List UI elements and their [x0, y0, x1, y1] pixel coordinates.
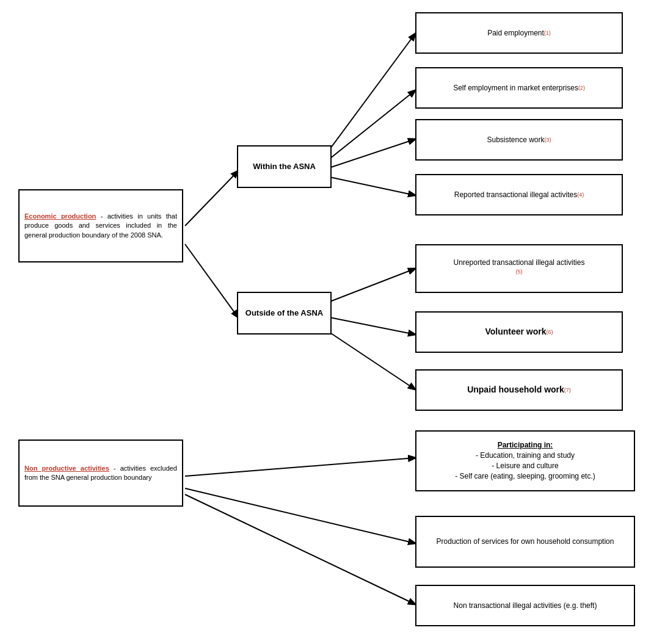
diagram: Economic production - activities in unit… — [0, 0, 665, 644]
volunteer-work-box: Volunteer work(6) — [415, 311, 623, 353]
subsistence-work-sup: (3) — [545, 136, 551, 144]
production-services-label: Production of services for own household… — [437, 537, 614, 547]
participating-box: Participating in: - Education, training … — [415, 430, 635, 491]
paid-employment-box: Paid employment(1) — [415, 12, 623, 54]
reported-illegal-box: Reported transactional illegal activites… — [415, 174, 623, 215]
svg-line-9 — [185, 458, 415, 476]
production-services-box: Production of services for own household… — [415, 516, 635, 568]
non-productive-title: Non productive activities — [24, 465, 109, 472]
svg-line-6 — [324, 269, 415, 304]
unpaid-household-box: Unpaid household work(7) — [415, 369, 623, 411]
volunteer-work-sup: (6) — [547, 328, 553, 336]
non-transactional-label: Non transactional illegal activities (e.… — [454, 601, 597, 611]
svg-line-2 — [324, 34, 415, 157]
unreported-illegal-label: Unreported transactional illegal activit… — [454, 258, 585, 267]
unreported-illegal-sup: (5) — [516, 269, 523, 275]
unreported-illegal-box: Unreported transactional illegal activit… — [415, 244, 623, 293]
reported-illegal-label: Reported transactional illegal activites — [454, 190, 577, 200]
svg-line-0 — [185, 171, 238, 226]
unpaid-household-sup: (7) — [564, 386, 571, 394]
paid-employment-sup: (1) — [544, 29, 551, 37]
participating-title: Participating in: — [498, 441, 553, 449]
outside-asna-label: Outside of the ASNA — [245, 308, 323, 319]
economic-production-box: Economic production - activities in unit… — [18, 189, 183, 262]
non-transactional-box: Non transactional illegal activities (e.… — [415, 585, 635, 626]
non-productive-box: Non productive activities - activities e… — [18, 440, 183, 507]
svg-line-10 — [185, 488, 415, 543]
outside-asna-box: Outside of the ASNA — [237, 292, 332, 335]
svg-line-3 — [324, 90, 415, 164]
self-employment-sup: (2) — [578, 84, 585, 92]
within-asna-box: Within the ASNA — [237, 145, 332, 188]
unpaid-household-label: Unpaid household work — [467, 384, 564, 396]
subsistence-work-box: Subsistence work(3) — [415, 119, 623, 161]
subsistence-work-label: Subsistence work — [487, 135, 544, 145]
svg-line-7 — [324, 316, 415, 335]
economic-production-title: Economic production — [24, 212, 96, 220]
svg-line-8 — [324, 328, 415, 389]
self-employment-label: Self employment in market enterprises — [453, 83, 578, 93]
svg-line-1 — [185, 244, 238, 317]
paid-employment-label: Paid employment — [487, 28, 544, 38]
volunteer-work-label: Volunteer work — [485, 326, 546, 338]
reported-illegal-sup: (4) — [577, 191, 584, 199]
participating-body: - Education, training and study- Leisure… — [455, 451, 595, 480]
svg-line-5 — [324, 176, 415, 195]
svg-line-11 — [185, 494, 415, 604]
svg-line-4 — [324, 139, 415, 170]
within-asna-label: Within the ASNA — [253, 161, 316, 172]
self-employment-box: Self employment in market enterprises(2) — [415, 67, 623, 109]
